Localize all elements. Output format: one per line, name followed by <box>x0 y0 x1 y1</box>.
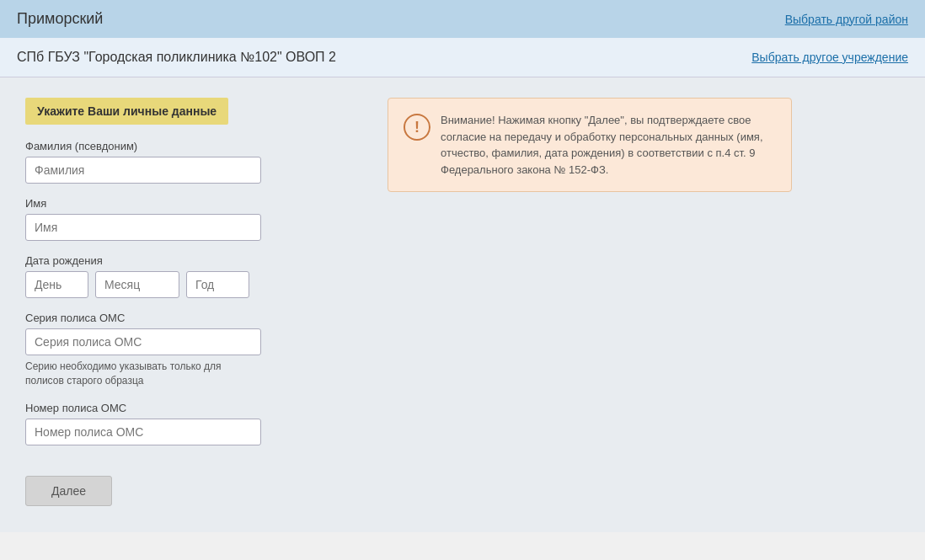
policy-number-label: Номер полиса ОМС <box>25 402 362 414</box>
last-name-group: Фамилия (псевдоним) <box>25 140 362 184</box>
day-input[interactable] <box>25 271 88 298</box>
birth-date-group: Дата рождения <box>25 254 362 298</box>
content-wrapper: Укажите Ваши личные данные Фамилия (псев… <box>25 98 900 506</box>
top-header: Приморский Выбрать другой район <box>0 0 925 38</box>
month-input[interactable] <box>95 271 179 298</box>
change-region-link[interactable]: Выбрать другой район <box>785 13 908 26</box>
policy-series-label: Серия полиса ОМС <box>25 312 362 324</box>
form-panel: Укажите Ваши личные данные Фамилия (псев… <box>25 98 362 506</box>
section-title: Укажите Ваши личные данные <box>25 98 228 125</box>
first-name-input[interactable] <box>25 214 261 241</box>
change-clinic-link[interactable]: Выбрать другое учреждение <box>751 51 908 64</box>
second-header: СПб ГБУЗ "Городская поликлиника №102" ОВ… <box>0 38 925 77</box>
notice-icon: ! <box>404 114 430 141</box>
notice-panel: ! Внимание! Нажимая кнопку "Далее", вы п… <box>388 98 792 192</box>
submit-button[interactable]: Далее <box>25 476 112 506</box>
policy-series-input[interactable] <box>25 328 261 355</box>
policy-series-helper: Серию необходимо указывать только для по… <box>25 360 261 388</box>
first-name-group: Имя <box>25 197 362 241</box>
policy-series-group: Серия полиса ОМС Серию необходимо указыв… <box>25 312 362 388</box>
notice-text: Внимание! Нажимая кнопку "Далее", вы под… <box>441 112 776 178</box>
last-name-label: Фамилия (псевдоним) <box>25 140 362 152</box>
year-input[interactable] <box>186 271 249 298</box>
region-title: Приморский <box>17 10 103 28</box>
first-name-label: Имя <box>25 197 362 210</box>
birth-date-label: Дата рождения <box>25 254 362 267</box>
policy-number-group: Номер полиса ОМС <box>25 402 362 445</box>
policy-number-input[interactable] <box>25 419 261 445</box>
last-name-input[interactable] <box>25 157 261 184</box>
main-content: Укажите Ваши личные данные Фамилия (псев… <box>0 77 925 532</box>
date-row <box>25 271 362 298</box>
clinic-title: СПб ГБУЗ "Городская поликлиника №102" ОВ… <box>17 50 336 65</box>
